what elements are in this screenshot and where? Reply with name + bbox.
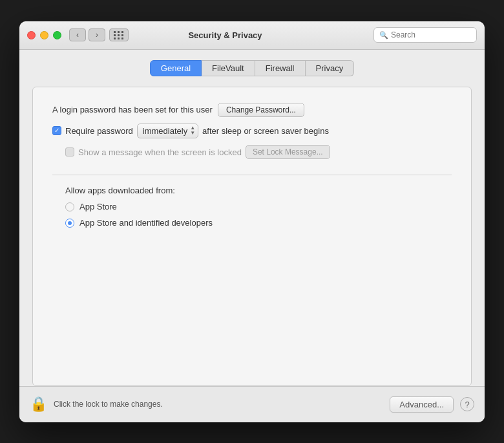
show-message-checkbox[interactable] (65, 147, 74, 157)
tab-general[interactable]: General (150, 60, 202, 76)
immediately-dropdown[interactable]: immediately ▲ ▼ (137, 124, 198, 139)
after-sleep-text: after sleep or screen saver begins (202, 126, 329, 136)
tab-privacy[interactable]: Privacy (306, 60, 355, 76)
require-password-row: ✓ Require password immediately ▲ ▼ after… (52, 124, 452, 139)
tab-firewall[interactable]: Firewall (255, 60, 306, 76)
app-store-radio-row: App Store (65, 202, 452, 211)
app-store-radio[interactable] (65, 202, 74, 211)
allow-apps-label: Allow apps downloaded from: (65, 186, 452, 195)
show-message-label: Show a message when the screen is locked (78, 147, 242, 157)
dropdown-value: immediately (143, 126, 187, 136)
allow-apps-section: Allow apps downloaded from: App Store Ap… (52, 186, 452, 228)
maximize-button[interactable] (53, 31, 61, 39)
section-divider (52, 175, 452, 175)
main-window: ‹ › Security & Privacy 🔍 General FileVau… (19, 21, 485, 422)
advanced-button[interactable]: Advanced... (390, 396, 454, 413)
app-store-label: App Store (79, 202, 117, 211)
radio-selected-indicator (68, 221, 72, 225)
checkmark-icon: ✓ (54, 127, 59, 134)
password-row: A login password has been set for this u… (52, 103, 452, 117)
tab-filevault[interactable]: FileVault (202, 60, 255, 76)
window-title: Security & Privacy (77, 30, 373, 40)
main-panel: A login password has been set for this u… (32, 87, 472, 386)
traffic-lights (27, 31, 61, 39)
require-password-checkbox[interactable]: ✓ (52, 126, 61, 135)
change-password-button[interactable]: Change Password... (218, 103, 304, 117)
app-store-identified-radio-row: App Store and identified developers (65, 218, 452, 228)
lock-text: Click the lock to make changes. (54, 400, 383, 409)
search-bar[interactable]: 🔍 (373, 27, 477, 43)
search-input[interactable] (391, 30, 471, 39)
tabs-row: General FileVault Firewall Privacy (32, 60, 472, 76)
search-icon: 🔍 (379, 31, 388, 39)
bottom-bar: 🔒 Click the lock to make changes. Advanc… (19, 386, 485, 422)
app-store-identified-radio[interactable] (65, 219, 74, 228)
lock-icon[interactable]: 🔒 (30, 396, 47, 413)
help-button[interactable]: ? (460, 397, 474, 411)
require-password-label: Require password (65, 126, 133, 136)
login-password-text: A login password has been set for this u… (52, 105, 213, 114)
minimize-button[interactable] (40, 31, 48, 39)
set-lock-message-button[interactable]: Set Lock Message... (246, 145, 330, 159)
close-button[interactable] (27, 31, 36, 39)
password-section: A login password has been set for this u… (52, 103, 452, 160)
titlebar: ‹ › Security & Privacy 🔍 (19, 21, 485, 50)
content-area: General FileVault Firewall Privacy A log… (19, 50, 485, 386)
app-store-identified-label: App Store and identified developers (79, 218, 213, 228)
dropdown-arrows-icon: ▲ ▼ (190, 125, 195, 137)
lock-message-row: Show a message when the screen is locked… (65, 145, 452, 159)
